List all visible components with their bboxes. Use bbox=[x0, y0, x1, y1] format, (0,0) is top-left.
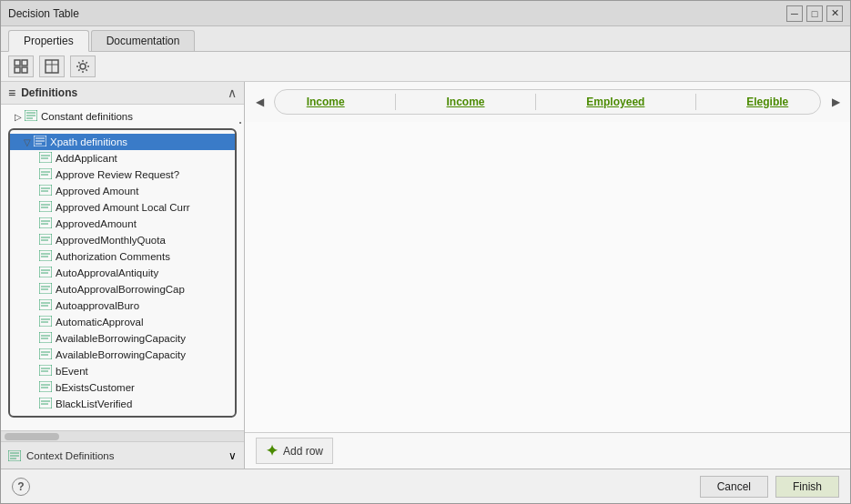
finish-button[interactable]: Finish bbox=[775, 476, 839, 498]
child-icon bbox=[39, 398, 52, 410]
add-row-button[interactable]: ✦ Add row bbox=[256, 438, 333, 464]
grid-icon bbox=[14, 59, 28, 74]
constant-definitions-label: Constant definitions bbox=[41, 111, 133, 122]
tree-item-child[interactable]: AutoApprovalBorrowingCap bbox=[10, 281, 235, 297]
col-header-employeed[interactable]: Employeed bbox=[572, 94, 659, 110]
svg-rect-28 bbox=[39, 217, 52, 228]
tree-area[interactable]: ▷ Constant definitions bbox=[1, 105, 244, 430]
tree-item-child[interactable]: ApprovedAmount bbox=[10, 216, 235, 232]
add-row-label: Add row bbox=[283, 445, 323, 458]
child-icon bbox=[39, 299, 52, 312]
svg-rect-31 bbox=[39, 234, 52, 245]
tree-item-child[interactable]: AvailableBorrowingCapacity bbox=[10, 347, 235, 363]
child-icon bbox=[39, 332, 52, 345]
tree-item-xpath-definitions[interactable]: ▽ Xpath definitions bbox=[10, 134, 235, 150]
tree-item-child[interactable]: AvailableBorrowingCapacity bbox=[10, 330, 235, 347]
svg-rect-3 bbox=[22, 67, 27, 73]
tree-item-child[interactable]: AutoApprovalAntiquity bbox=[10, 265, 235, 281]
svg-rect-19 bbox=[39, 168, 52, 179]
scroll-right-btn[interactable]: ▶ bbox=[828, 96, 843, 108]
child-icon bbox=[39, 168, 52, 181]
svg-rect-55 bbox=[39, 365, 52, 376]
tree-item-child[interactable]: AddApplicant bbox=[10, 150, 235, 166]
tree-item-child[interactable]: AutomaticApproval bbox=[10, 314, 235, 330]
svg-rect-52 bbox=[39, 348, 52, 359]
column-headers-area: ◀ Income Income Employeed Elegible ▶ bbox=[245, 82, 850, 122]
xpath-children: AddApplicant Approve Review Request? bbox=[10, 150, 235, 412]
svg-rect-34 bbox=[39, 250, 52, 261]
child-icon bbox=[39, 234, 52, 247]
col-divider-2 bbox=[535, 94, 536, 110]
dot1 bbox=[239, 122, 241, 124]
scroll-left-btn[interactable]: ◀ bbox=[252, 96, 267, 108]
tree-item-child[interactable]: Approved Amount Local Curr bbox=[10, 199, 235, 216]
column-header-pill: Income Income Employeed Elegible bbox=[274, 89, 821, 115]
panel-header-title: ≡ Definitions bbox=[8, 86, 77, 100]
maximize-button[interactable]: □ bbox=[806, 5, 823, 22]
child-icon bbox=[39, 316, 52, 328]
footer-buttons: Cancel Finish bbox=[700, 476, 839, 498]
tree-item-child[interactable]: Approved Amount bbox=[10, 183, 235, 199]
left-panel: ≡ Definitions ∧ ▷ bbox=[1, 82, 245, 469]
tree-item-child[interactable]: Approve Review Request? bbox=[10, 166, 235, 183]
svg-point-7 bbox=[80, 64, 86, 69]
grid-icon-button[interactable] bbox=[8, 55, 34, 77]
right-panel: ◀ Income Income Employeed Elegible ▶ bbox=[245, 82, 850, 469]
tree-item-child[interactable]: bEvent bbox=[10, 363, 235, 379]
child-icon bbox=[39, 267, 52, 279]
xpath-definitions-group: ▽ Xpath definitions bbox=[8, 128, 237, 418]
constant-def-icon bbox=[25, 110, 37, 123]
scrollbar-thumb-h[interactable] bbox=[5, 433, 59, 440]
tree-item-child[interactable]: Authorization Comments bbox=[10, 248, 235, 265]
close-button[interactable]: ✕ bbox=[826, 5, 843, 22]
panel-header: ≡ Definitions ∧ bbox=[1, 82, 244, 105]
grid2-icon-button[interactable] bbox=[39, 55, 65, 77]
tab-documentation[interactable]: Documentation bbox=[91, 30, 196, 51]
main-content: ≡ Definitions ∧ ▷ bbox=[1, 82, 850, 469]
expand-icon[interactable]: ∨ bbox=[228, 449, 237, 462]
child-icon bbox=[39, 348, 52, 361]
window-title: Decision Table bbox=[8, 7, 79, 20]
horizontal-scrollbar[interactable] bbox=[1, 430, 244, 441]
footer-bar: ? Cancel Finish bbox=[1, 469, 850, 503]
tree-item-constant-definitions[interactable]: ▷ Constant definitions bbox=[1, 108, 244, 125]
child-icon bbox=[39, 250, 52, 263]
settings-icon bbox=[76, 59, 90, 74]
arrow-indicator bbox=[239, 122, 241, 124]
toolbar bbox=[1, 52, 850, 82]
col-divider-3 bbox=[695, 94, 696, 110]
child-icon bbox=[39, 365, 52, 378]
help-button[interactable]: ? bbox=[12, 478, 30, 496]
tree-toggle-xpath[interactable]: ▽ bbox=[21, 137, 34, 147]
panel-collapse-button[interactable]: ∧ bbox=[228, 86, 237, 100]
context-definitions-label: Context Definitions bbox=[8, 450, 115, 461]
title-bar: Decision Table ─ □ ✕ bbox=[1, 1, 850, 26]
tree-item-child[interactable]: ApprovedMonthlyQuota bbox=[10, 232, 235, 248]
right-footer: ✦ Add row bbox=[245, 432, 850, 469]
definitions-title: Definitions bbox=[21, 86, 77, 99]
col-header-income2[interactable]: Income bbox=[432, 94, 500, 110]
tree-toggle-constant[interactable]: ▷ bbox=[12, 112, 25, 122]
tree-item-child[interactable]: AutoapprovalBuro bbox=[10, 297, 235, 314]
svg-rect-58 bbox=[39, 381, 52, 392]
tab-properties[interactable]: Properties bbox=[8, 30, 89, 52]
hamburger-icon: ≡ bbox=[8, 86, 15, 100]
col-header-income1[interactable]: Income bbox=[292, 94, 360, 110]
bottom-panel: Context Definitions ∨ bbox=[1, 441, 244, 469]
tree-item-child[interactable]: bExistsCustomer bbox=[10, 379, 235, 396]
child-icon bbox=[39, 152, 52, 165]
grid2-icon bbox=[45, 59, 59, 74]
col-divider-1 bbox=[395, 94, 396, 110]
settings-icon-button[interactable] bbox=[70, 55, 96, 77]
cancel-button[interactable]: Cancel bbox=[700, 476, 768, 498]
tree-item-child[interactable]: BlackListVerified bbox=[10, 396, 235, 412]
svg-rect-2 bbox=[15, 67, 20, 73]
child-icon bbox=[39, 201, 52, 214]
svg-rect-1 bbox=[22, 60, 27, 66]
col-header-elegible[interactable]: Elegible bbox=[732, 94, 803, 110]
svg-rect-46 bbox=[39, 316, 52, 327]
svg-rect-22 bbox=[39, 185, 52, 196]
child-icon bbox=[39, 217, 52, 230]
minimize-button[interactable]: ─ bbox=[786, 5, 803, 22]
child-icon bbox=[39, 283, 52, 296]
